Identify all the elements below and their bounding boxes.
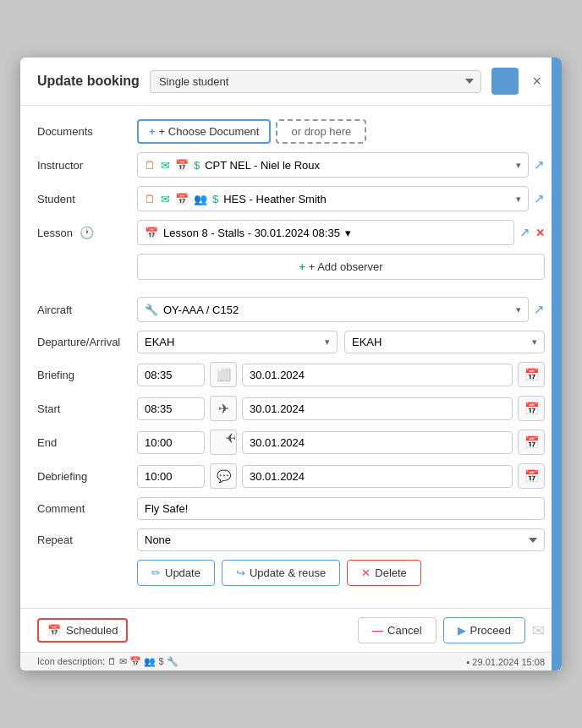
student-field[interactable]: 🗒 ✉ 📅 👥 $ HES - Heather Smith ▾	[137, 186, 529, 211]
choose-document-label: + Choose Document	[159, 125, 260, 138]
departure-value: EKAH	[145, 336, 174, 348]
departure-field[interactable]: EKAH ▾	[137, 331, 338, 353]
instructor-value: CPT NEL - Niel le Roux	[205, 159, 320, 172]
add-observer-button[interactable]: + + Add observer	[137, 254, 545, 280]
landing-icon: ✈	[210, 430, 237, 455]
arrival-value: EKAH	[352, 336, 382, 348]
instructor-field[interactable]: 🗒 ✉ 📅 $ CPT NEL - Niel le Roux ▾	[137, 152, 529, 178]
instructor-controls: 🗒 ✉ 📅 $ CPT NEL - Niel le Roux ▾ ↗	[137, 152, 545, 178]
end-label: End	[37, 436, 130, 449]
chevron-down-icon: ▾	[516, 194, 521, 205]
arrival-field[interactable]: EKAH ▾	[344, 331, 545, 353]
update-reuse-label: Update & reuse	[250, 567, 326, 579]
student-external-link[interactable]: ↗	[534, 191, 545, 206]
start-label: Start	[37, 402, 130, 415]
comment-label: Comment	[37, 502, 130, 515]
briefing-calendar-button[interactable]: 📅	[518, 362, 545, 387]
student-controls: 🗒 ✉ 📅 👥 $ HES - Heather Smith ▾ ↗	[137, 186, 545, 211]
start-calendar-button[interactable]: 📅	[518, 396, 545, 421]
plus-icon: +	[149, 125, 156, 138]
comment-row: Comment	[37, 497, 545, 520]
add-observer-label: + Add observer	[309, 260, 383, 273]
documents-label: Documents	[37, 125, 130, 138]
start-date-input[interactable]	[242, 397, 513, 420]
calendar-icon: 📅	[175, 193, 189, 205]
briefing-time-input[interactable]	[137, 364, 205, 386]
modal-overlay: Update booking Single student × Document…	[0, 0, 582, 728]
pencil-icon: ✏	[151, 567, 161, 579]
drop-zone[interactable]: or drop here	[276, 119, 366, 144]
lesson-calendar-icon: 📅	[145, 227, 158, 239]
chevron-down-icon: ▾	[532, 337, 537, 348]
start-time-input[interactable]	[137, 397, 205, 420]
departure-arrival-row: Departure/Arrival EKAH ▾ EKAH ▾	[37, 331, 545, 353]
calendar-icon: 📅	[175, 159, 189, 172]
documents-controls: + + Choose Document or drop here	[137, 119, 545, 144]
start-row: Start ✈ 📅	[37, 396, 545, 421]
debriefing-controls: 💬 📅	[137, 463, 545, 489]
cancel-dash-icon: —	[372, 624, 383, 637]
proceed-icon: ▶	[458, 624, 466, 637]
debriefing-date-input[interactable]	[242, 465, 513, 488]
color-button[interactable]	[491, 68, 519, 95]
bottom-bar: Icon description: 🗒 ✉ 📅 👥 $ 🔧 ▪ 29.01.20…	[20, 652, 562, 671]
action-buttons-row: ✏ Update ↪ Update & reuse ✕ Delete	[137, 560, 545, 586]
modal-footer: 📅 Scheduled — Cancel ▶ Proceed ✉	[20, 608, 562, 652]
lesson-controls: 📅 Lesson 8 - Stalls - 30.01.2024 08:35 ▾…	[137, 220, 545, 245]
end-time-input[interactable]	[137, 431, 205, 454]
repeat-row: Repeat None	[37, 528, 545, 551]
briefing-date-input[interactable]	[242, 364, 513, 386]
end-row: End ✈ 📅	[37, 430, 545, 455]
lesson-row: Lesson 🕐 📅 Lesson 8 - Stalls - 30.01.202…	[37, 220, 545, 245]
instructor-external-link[interactable]: ↗	[534, 157, 545, 172]
modal-header: Update booking Single student ×	[20, 57, 562, 106]
copy-icon: 🗒	[145, 193, 156, 205]
proceed-button[interactable]: ▶ Proceed	[443, 617, 525, 643]
briefing-controls: ⬜ 📅	[137, 362, 545, 387]
start-controls: ✈ 📅	[137, 396, 545, 421]
debriefing-label: Debriefing	[37, 470, 130, 483]
modal: Update booking Single student × Document…	[20, 57, 562, 671]
debriefing-row: Debriefing 💬 📅	[37, 463, 545, 489]
footer-actions: — Cancel ▶ Proceed	[358, 617, 525, 643]
end-calendar-button[interactable]: 📅	[518, 430, 545, 455]
end-date-input[interactable]	[242, 431, 513, 454]
add-observer-container: + + Add observer	[137, 254, 545, 288]
aircraft-field[interactable]: 🔧 OY-AAA / C152 ▾	[137, 297, 529, 322]
comment-input[interactable]	[137, 497, 545, 520]
scheduled-badge: 📅 Scheduled	[37, 618, 128, 643]
aircraft-label: Aircraft	[37, 304, 130, 316]
debriefing-calendar-button[interactable]: 📅	[518, 463, 545, 489]
aircraft-controls: 🔧 OY-AAA / C152 ▾ ↗	[137, 297, 545, 322]
lesson-field[interactable]: 📅 Lesson 8 - Stalls - 30.01.2024 08:35 ▾	[137, 220, 514, 245]
instructor-label: Instructor	[37, 159, 130, 172]
lesson-label: Lesson 🕐	[37, 226, 130, 239]
booking-type-select[interactable]: Single student	[150, 70, 482, 93]
delete-button[interactable]: ✕ Delete	[347, 560, 421, 586]
update-button[interactable]: ✏ Update	[137, 560, 215, 586]
close-button[interactable]: ×	[529, 73, 545, 90]
choose-document-button[interactable]: + + Choose Document	[137, 119, 271, 144]
delete-x-icon: ✕	[361, 567, 371, 579]
aircraft-external-link[interactable]: ↗	[534, 302, 545, 317]
add-observer-plus-icon: +	[299, 260, 305, 273]
departure-arrival-controls: EKAH ▾ EKAH ▾	[137, 331, 545, 353]
repeat-select[interactable]: None	[137, 528, 545, 551]
drop-label: or drop here	[291, 125, 351, 138]
wrench-icon: 🔧	[145, 304, 158, 316]
delete-label: Delete	[375, 567, 407, 579]
documents-row: Documents + + Choose Document or drop he…	[37, 119, 545, 144]
reuse-icon: ↪	[236, 567, 245, 579]
chevron-down-icon: ▾	[345, 227, 351, 239]
lesson-delete-icon[interactable]: ✕	[535, 227, 545, 239]
lesson-label-text: Lesson	[37, 227, 73, 239]
update-reuse-button[interactable]: ↪ Update & reuse	[222, 560, 340, 586]
debriefing-time-input[interactable]	[137, 465, 205, 488]
email-icon: ✉	[161, 159, 170, 172]
clock-icon: 🕐	[80, 226, 94, 239]
briefing-row: Briefing ⬜ 📅	[37, 362, 545, 387]
lesson-external-link[interactable]: ↗	[519, 225, 530, 240]
instructor-row: Instructor 🗒 ✉ 📅 $ CPT NEL - Niel le Rou…	[37, 152, 545, 178]
cancel-button[interactable]: — Cancel	[358, 617, 436, 643]
aircraft-value: OY-AAA / C152	[163, 304, 239, 316]
